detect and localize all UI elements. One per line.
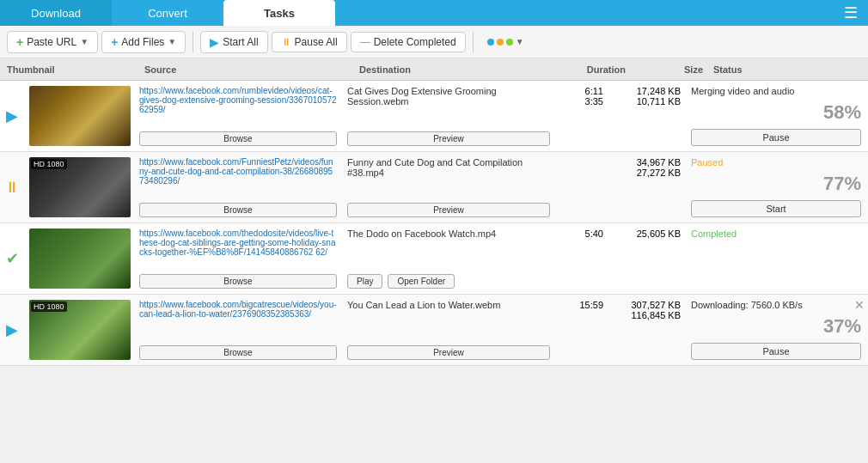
status-text: Paused xyxy=(691,157,861,168)
header-duration: Duration xyxy=(574,64,626,75)
task-3-status: Completed xyxy=(684,223,868,294)
preview-button[interactable]: Preview xyxy=(347,345,550,360)
header-destination: Destination xyxy=(359,64,574,75)
table-row: ▶ HD 1080 https://www.facebook.com/bigca… xyxy=(0,295,868,366)
header-thumbnail: Thumbnail xyxy=(7,64,144,75)
plus-icon: + xyxy=(16,35,23,49)
more-options-chevron-icon: ▼ xyxy=(516,37,524,46)
table-row: ✔ https://www.facebook.com/thedodosite/v… xyxy=(0,223,868,295)
preview-button[interactable]: Preview xyxy=(347,203,550,217)
close-button[interactable]: ✕ xyxy=(854,298,865,312)
task-4-duration: 15:59 xyxy=(555,295,607,365)
thumbnail-image xyxy=(29,86,131,146)
hamburger-menu-icon[interactable]: ☰ xyxy=(834,0,868,26)
hd-badge: HD 1080 xyxy=(31,159,67,169)
task-4-size: 307,527 KB 116,845 KB xyxy=(607,295,684,365)
tab-download[interactable]: Download xyxy=(0,0,112,26)
destination-filename: The Dodo on Facebook Watch.mp4 xyxy=(347,228,550,239)
pause-icon: ⏸ xyxy=(4,179,20,197)
progress-percent: 77% xyxy=(691,173,861,195)
header-status: Status xyxy=(703,64,861,75)
task-2-source: https://www.facebook.com/FunniestPetz/vi… xyxy=(136,152,342,222)
toolbar-separator-1 xyxy=(193,32,193,52)
task-3-status-icon: ✔ xyxy=(0,223,24,294)
dot-green-icon xyxy=(506,39,513,46)
table-row: ▶ https://www.facebook.com/rumblevideo/v… xyxy=(0,81,868,152)
add-files-plus-icon: + xyxy=(111,35,118,49)
preview-button[interactable]: Preview xyxy=(347,131,550,146)
table-row: ⏸ HD 1080 https://www.facebook.com/Funni… xyxy=(0,152,868,223)
pause-button[interactable]: Pause xyxy=(691,129,861,146)
source-url: https://www.facebook.com/bigcatrescue/vi… xyxy=(139,300,337,319)
hd-badge: HD 1080 xyxy=(31,302,67,312)
delete-completed-button[interactable]: — Delete Completed xyxy=(351,32,466,52)
size-top: 17,248 KB xyxy=(610,86,681,96)
duration-top: 5:40 xyxy=(585,228,603,239)
duration-top: 15:59 xyxy=(579,300,603,310)
paste-url-button[interactable]: + Paste URL ▼ xyxy=(7,31,98,53)
start-button[interactable]: Start xyxy=(691,200,861,217)
task-2-status: Paused 77% Start xyxy=(684,152,868,222)
dot-orange-icon xyxy=(497,39,504,46)
pause-button[interactable]: Pause xyxy=(691,343,861,360)
size-bot: 10,711 KB xyxy=(610,96,681,107)
thumbnail-image: HD 1080 xyxy=(29,157,131,217)
destination-filename: You Can Lead a Lion to Water.webm xyxy=(347,300,550,310)
task-1-source: https://www.facebook.com/rumblevideo/vid… xyxy=(136,81,342,151)
destination-filename: Funny and Cute Dog and Cat Compilation #… xyxy=(347,157,550,178)
tab-tasks[interactable]: Tasks xyxy=(223,0,335,26)
task-4-destination: You Can Lead a Lion to Water.webm Previe… xyxy=(342,295,555,365)
size-top: 34,967 KB xyxy=(610,157,681,168)
browse-button[interactable]: Browse xyxy=(139,203,337,217)
task-2-size: 34,967 KB 27,272 KB xyxy=(607,152,684,222)
size-top: 307,527 KB xyxy=(610,300,681,310)
size-bot: 116,845 KB xyxy=(610,310,681,320)
task-3-thumbnail xyxy=(24,223,136,294)
browse-button[interactable]: Browse xyxy=(139,345,337,360)
thumbnail-image: HD 1080 xyxy=(29,300,131,360)
more-options-button[interactable]: ▼ xyxy=(480,34,531,50)
task-1-duration: 6:11 3:35 xyxy=(555,81,607,151)
start-all-icon: ▶ xyxy=(210,35,219,49)
task-4-status: ✕ Downloading: 7560.0 KB/s 37% Pause xyxy=(684,295,868,365)
source-url: https://www.facebook.com/rumblevideo/vid… xyxy=(139,86,337,114)
delete-completed-icon: — xyxy=(360,36,370,48)
play-icon: ▶ xyxy=(6,107,18,125)
tab-convert[interactable]: Convert xyxy=(112,0,223,26)
paste-url-chevron-icon: ▼ xyxy=(80,37,89,46)
task-list: ▶ https://www.facebook.com/rumblevideo/v… xyxy=(0,81,868,463)
task-2-status-icon: ⏸ xyxy=(0,152,24,222)
task-1-status-icon: ▶ xyxy=(0,81,24,151)
task-3-duration: 5:40 xyxy=(555,223,607,294)
task-3-source: https://www.facebook.com/thedodosite/vid… xyxy=(136,223,342,294)
task-4-thumbnail: HD 1080 xyxy=(24,295,136,365)
dot-blue-icon xyxy=(487,39,494,46)
thumbnail-image xyxy=(29,228,131,289)
status-text: Merging video and audio xyxy=(691,86,861,96)
task-2-thumbnail: HD 1080 xyxy=(24,152,136,222)
browse-button[interactable]: Browse xyxy=(139,274,337,289)
progress-percent: 58% xyxy=(691,101,861,124)
open-folder-button[interactable]: Open Folder xyxy=(388,274,455,289)
add-files-button[interactable]: + Add Files ▼ xyxy=(101,31,186,53)
task-4-status-icon: ▶ xyxy=(0,295,24,365)
task-1-size: 17,248 KB 10,711 KB xyxy=(607,81,684,151)
header-source: Source xyxy=(144,64,359,75)
check-icon: ✔ xyxy=(6,249,19,268)
duration-bot: 3:35 xyxy=(585,96,603,107)
top-tabs-bar: Download Convert Tasks ☰ xyxy=(0,0,868,26)
play-icon: ▶ xyxy=(6,320,18,339)
action-buttons-row: Play Open Folder xyxy=(347,271,550,289)
pause-all-button[interactable]: ⏸ Pause All xyxy=(272,32,347,52)
play-button[interactable]: Play xyxy=(347,274,382,289)
start-all-button[interactable]: ▶ Start All xyxy=(200,31,267,53)
size-bot: 27,272 KB xyxy=(610,168,681,178)
browse-button[interactable]: Browse xyxy=(139,131,337,146)
toolbar-separator-2 xyxy=(473,32,474,52)
pause-all-icon: ⏸ xyxy=(281,36,291,48)
task-1-destination: Cat Gives Dog Extensive Grooming Session… xyxy=(342,81,555,151)
task-1-status: Merging video and audio 58% Pause xyxy=(684,81,868,151)
source-url: https://www.facebook.com/thedodosite/vid… xyxy=(139,228,337,257)
task-2-destination: Funny and Cute Dog and Cat Compilation #… xyxy=(342,152,555,222)
task-4-source: https://www.facebook.com/bigcatrescue/vi… xyxy=(136,295,342,365)
